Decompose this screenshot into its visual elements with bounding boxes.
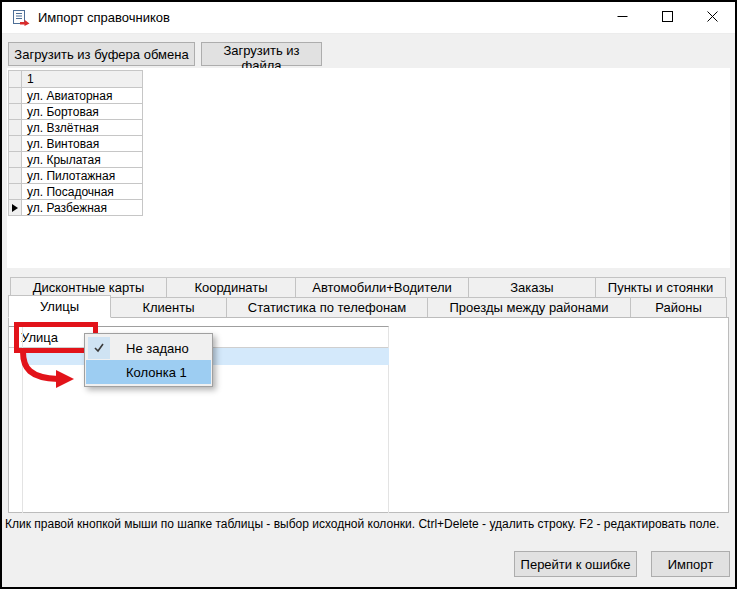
tab[interactable]: Улицы bbox=[8, 295, 111, 318]
source-table-corner-cell bbox=[9, 71, 22, 88]
tab[interactable]: Клиенты bbox=[110, 297, 227, 318]
tab[interactable]: Районы bbox=[630, 297, 727, 318]
close-icon bbox=[707, 10, 718, 25]
table-row[interactable]: ул. Винтовая bbox=[9, 136, 143, 152]
maximize-button[interactable] bbox=[645, 2, 690, 33]
table-row[interactable]: ул. Бортовая bbox=[9, 104, 143, 120]
source-column-header[interactable]: 1 bbox=[22, 71, 143, 88]
tab-label: Клиенты bbox=[142, 300, 194, 315]
tab-label: Статистика по телефонам bbox=[248, 300, 406, 315]
usage-hint-text: Клик правой кнопкой мыши по шапке таблиц… bbox=[5, 517, 733, 531]
row-header-cell bbox=[9, 168, 22, 184]
row-header-cell bbox=[9, 104, 22, 120]
street-cell: ул. Крылатая bbox=[22, 152, 143, 168]
row-header-cell bbox=[9, 152, 22, 168]
tab[interactable]: Пункты и стоянки bbox=[595, 277, 726, 298]
context-menu-item[interactable]: Не задано bbox=[86, 336, 211, 360]
tab-label: Автомобили+Водители bbox=[312, 280, 452, 295]
row-header-cell bbox=[9, 120, 22, 136]
load-from-clipboard-button[interactable]: Загрузить из буфера обмена bbox=[8, 42, 195, 66]
context-menu-item-label: Не задано bbox=[126, 341, 189, 356]
tab-label: Улицы bbox=[40, 299, 79, 314]
context-menu-item[interactable]: Колонка 1 bbox=[86, 360, 211, 384]
street-cell: ул. Посадочная bbox=[22, 184, 143, 200]
table-row[interactable]: ул. Разбежная bbox=[9, 200, 143, 216]
tab-label: Районы bbox=[655, 300, 701, 315]
column-context-menu: Не задано Колонка 1 bbox=[84, 333, 213, 387]
table-row[interactable]: ул. Взлётная bbox=[9, 120, 143, 136]
row-header-cell bbox=[9, 184, 22, 200]
table-row[interactable]: ул. Посадочная bbox=[9, 184, 143, 200]
table-row[interactable]: ул. Авиаторная bbox=[9, 88, 143, 104]
current-row-marker-icon bbox=[12, 204, 18, 212]
tab[interactable]: Проезды между районами bbox=[427, 297, 631, 318]
tab-label: Проезды между районами bbox=[450, 300, 609, 315]
street-cell: ул. Пилотажная bbox=[22, 168, 143, 184]
table-row[interactable]: ул. Крылатая bbox=[9, 152, 143, 168]
tab[interactable]: Заказы bbox=[468, 277, 596, 298]
tab-strip-row-1: Дисконтные карты Координаты Автомобили+В… bbox=[10, 277, 726, 298]
import-dialog-window: Импорт справочников Загрузить из буфера … bbox=[0, 0, 737, 589]
street-cell: ул. Разбежная bbox=[22, 200, 143, 216]
street-cell: ул. Бортовая bbox=[22, 104, 143, 120]
annotation-arrow-icon bbox=[12, 350, 82, 396]
row-header-cell bbox=[9, 88, 22, 104]
source-table: 1 ул. Авиаторная ул. Б bbox=[8, 70, 143, 216]
minimize-icon bbox=[617, 10, 628, 25]
goto-error-button[interactable]: Перейти к ошибке bbox=[514, 551, 637, 577]
tab[interactable]: Автомобили+Водители bbox=[295, 277, 469, 298]
street-cell: ул. Винтовая bbox=[22, 136, 143, 152]
tab-strip-row-2: Улицы Клиенты Статистика по телефонам Пр… bbox=[8, 297, 727, 318]
tab-label: Заказы bbox=[510, 280, 553, 295]
tab-label: Пункты и стоянки bbox=[608, 280, 713, 295]
source-table-header-row: 1 bbox=[9, 71, 143, 88]
app-document-arrow-icon bbox=[12, 10, 30, 26]
title-bar: Импорт справочников bbox=[2, 2, 735, 34]
tab-label: Дисконтные карты bbox=[33, 280, 145, 295]
close-button[interactable] bbox=[690, 2, 735, 33]
context-menu-item-label: Колонка 1 bbox=[126, 365, 187, 380]
checkmark-icon bbox=[88, 337, 110, 359]
tab[interactable]: Координаты bbox=[166, 277, 296, 298]
tab[interactable]: Статистика по телефонам bbox=[226, 297, 428, 318]
tab-label: Координаты bbox=[194, 280, 267, 295]
table-row[interactable]: ул. Пилотажная bbox=[9, 168, 143, 184]
source-table-rows: ул. Авиаторная ул. Бортовая ул. bbox=[9, 88, 143, 216]
window-controls bbox=[600, 2, 735, 33]
import-button[interactable]: Импорт bbox=[651, 551, 730, 577]
window-title: Импорт справочников bbox=[38, 10, 170, 25]
street-cell: ул. Взлётная bbox=[22, 120, 143, 136]
minimize-button[interactable] bbox=[600, 2, 645, 33]
maximize-icon bbox=[662, 10, 673, 25]
load-from-file-button[interactable]: Загрузить из файла bbox=[201, 42, 322, 66]
source-data-panel: 1 ул. Авиаторная ул. Б bbox=[7, 68, 730, 268]
street-cell: ул. Авиаторная bbox=[22, 88, 143, 104]
row-header-cell bbox=[9, 200, 22, 216]
row-header-cell bbox=[9, 136, 22, 152]
